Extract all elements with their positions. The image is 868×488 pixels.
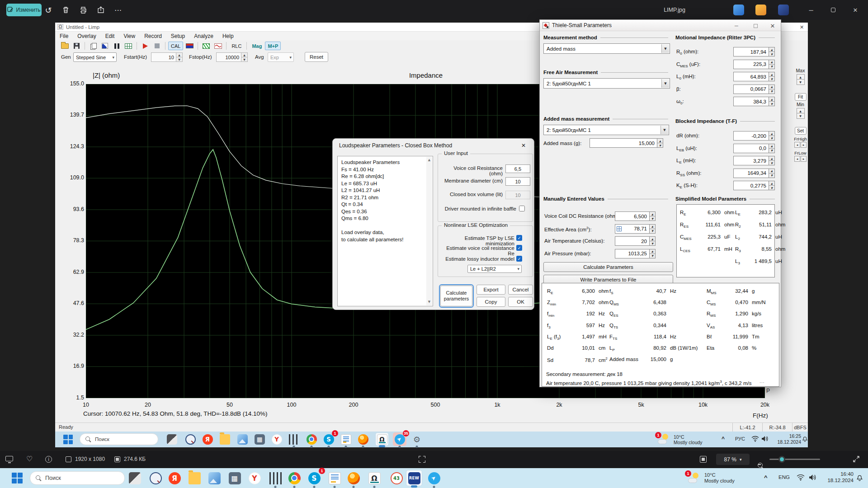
chrome-icon[interactable]: [305, 432, 318, 446]
photos-app-icon[interactable]: [236, 432, 249, 446]
parameter-input[interactable]: 0,0: [733, 144, 769, 153]
tray-time[interactable]: 16:25: [773, 433, 801, 439]
parameter-spinner[interactable]: ▲▼: [769, 156, 775, 165]
copy-button[interactable]: Copy: [476, 297, 505, 307]
telegram-icon[interactable]: ➤: [426, 470, 442, 486]
expand-icon[interactable]: [853, 455, 860, 463]
reset-button[interactable]: Reset: [305, 52, 328, 62]
record-play-button[interactable]: [140, 41, 151, 51]
zoom-level-select[interactable]: 87 %▾: [716, 454, 750, 465]
telegram-icon[interactable]: ➤35: [393, 432, 406, 446]
export-button[interactable]: Export: [476, 285, 505, 295]
ts-maximize-icon[interactable]: [749, 21, 762, 30]
fstart-input[interactable]: 10 ▲▼: [151, 52, 183, 62]
measurement-method-select[interactable]: Added mass▼: [543, 43, 670, 54]
value-input[interactable]: 6,5: [505, 164, 530, 173]
parameter-input[interactable]: 187,94: [733, 47, 769, 56]
favorite-icon[interactable]: ♡: [26, 455, 33, 463]
bell-icon[interactable]: [802, 436, 808, 442]
search-input[interactable]: Поиск: [80, 433, 158, 445]
start-button[interactable]: [63, 435, 73, 444]
weather-condition[interactable]: Mostly cloudy: [674, 440, 703, 445]
calculate-parameters-button[interactable]: Calculate parameters: [440, 286, 472, 306]
parameter-spinner[interactable]: ▲▼: [769, 84, 775, 94]
limp-omega-icon[interactable]: Ω: [366, 470, 382, 486]
app-split-icon[interactable]: [165, 432, 179, 446]
yandex-icon[interactable]: Я: [201, 432, 214, 446]
copy-button[interactable]: [88, 41, 99, 51]
print-icon[interactable]: [76, 3, 90, 17]
start-button[interactable]: [12, 473, 23, 483]
baffle-checkbox[interactable]: [519, 206, 525, 211]
added-mass-select[interactable]: 2: 5дюй50гднМС 1▼: [543, 125, 669, 135]
menu-item-file[interactable]: File: [55, 32, 73, 40]
waterfall-button[interactable]: [201, 41, 212, 51]
free-air-select[interactable]: 2: 5дюй50гднМС 1▼: [543, 78, 670, 89]
fstop-spinner[interactable]: ▲▼: [241, 53, 247, 61]
equalizer-icon[interactable]: [287, 432, 301, 446]
fit-view-icon[interactable]: [700, 456, 707, 463]
equalizer-icon[interactable]: [267, 470, 283, 486]
value-input[interactable]: 10: [505, 177, 530, 186]
folder-icon[interactable]: [218, 432, 231, 446]
max-spinner[interactable]: ▲▼: [797, 74, 805, 85]
parameter-input[interactable]: 384,3: [733, 97, 769, 106]
temp-widget-icon[interactable]: 43: [388, 470, 405, 486]
yandex-icon[interactable]: Я: [166, 470, 183, 486]
calculator-icon[interactable]: ▦: [253, 432, 266, 446]
speaker-icon[interactable]: [809, 474, 816, 481]
parameter-input[interactable]: 1649,34: [733, 169, 769, 178]
ts-minimize-icon[interactable]: ─: [730, 21, 743, 30]
zoom-slider[interactable]: [769, 459, 820, 460]
parameter-input[interactable]: 20: [615, 236, 650, 246]
zoom-slider-thumb[interactable]: [778, 456, 785, 463]
share-icon[interactable]: [94, 3, 108, 17]
parameter-spinner[interactable]: ▲▼: [769, 181, 775, 190]
skype-icon[interactable]: S1: [306, 470, 322, 486]
close-icon[interactable]: ✕: [849, 4, 862, 16]
delete-icon[interactable]: [59, 3, 72, 17]
minimize-icon[interactable]: ─: [804, 4, 818, 16]
distortion-button[interactable]: [212, 41, 223, 51]
parameter-spinner[interactable]: ▲▼: [769, 60, 775, 69]
more-icon[interactable]: ⋯: [111, 3, 125, 17]
language-indicator[interactable]: ENG: [778, 474, 790, 480]
magnitude-button[interactable]: Mag: [250, 41, 264, 51]
app-split-icon[interactable]: [127, 470, 143, 486]
parameter-input[interactable]: 0,2775: [733, 181, 769, 190]
keepass-icon[interactable]: [147, 470, 164, 486]
folder-icon[interactable]: [186, 470, 203, 486]
ok-button[interactable]: OK: [508, 297, 533, 307]
menu-item-view[interactable]: View: [119, 32, 140, 40]
edit-button[interactable]: Изменить: [6, 4, 42, 16]
yandex-browser-icon[interactable]: Y: [270, 432, 283, 446]
speaker-icon[interactable]: [761, 436, 769, 442]
check-checkbox[interactable]: ✓: [516, 245, 522, 251]
listbox-scrollbar[interactable]: ▲▼: [426, 157, 432, 305]
parameter-input[interactable]: 1013,25: [615, 249, 650, 258]
frlow-stepper[interactable]: ◂▸: [793, 156, 808, 162]
suggested-app-icon-1[interactable]: [733, 5, 744, 15]
parameters-listbox[interactable]: ▲▼ Loudspeaker ParametersFs = 41.00 HzRe…: [337, 156, 433, 306]
calibrate-button[interactable]: CAL: [168, 42, 183, 50]
menu-item-help[interactable]: Help: [218, 32, 238, 40]
stop-button[interactable]: [151, 41, 162, 51]
tasklist-icon[interactable]: [326, 470, 343, 486]
menu-item-analyze[interactable]: Analyze: [189, 32, 218, 40]
parameter-input[interactable]: 64,893: [733, 72, 769, 81]
dialog-close-icon[interactable]: ✕: [517, 141, 530, 150]
parameter-input[interactable]: 0,0667: [733, 84, 769, 94]
parameter-spinner[interactable]: ▲▼: [769, 97, 775, 106]
tray-time[interactable]: 16:40: [823, 471, 854, 477]
ts-calculate-button[interactable]: Calculate Parameters: [543, 262, 673, 272]
check-checkbox[interactable]: ✓: [516, 235, 522, 241]
resize-grip-icon[interactable]: ⋯: [760, 380, 764, 385]
tasklist-icon[interactable]: [339, 432, 353, 446]
ts-close-icon[interactable]: ✕: [766, 21, 779, 30]
color-scale-button[interactable]: [184, 41, 195, 51]
rew-icon[interactable]: REW: [406, 470, 422, 486]
parameter-spinner[interactable]: ▲▼: [769, 72, 775, 81]
set-button[interactable]: Set: [795, 127, 807, 135]
weather-condition[interactable]: Mostly cloudy: [704, 478, 735, 483]
fullscreen-capture-icon[interactable]: [419, 456, 425, 463]
